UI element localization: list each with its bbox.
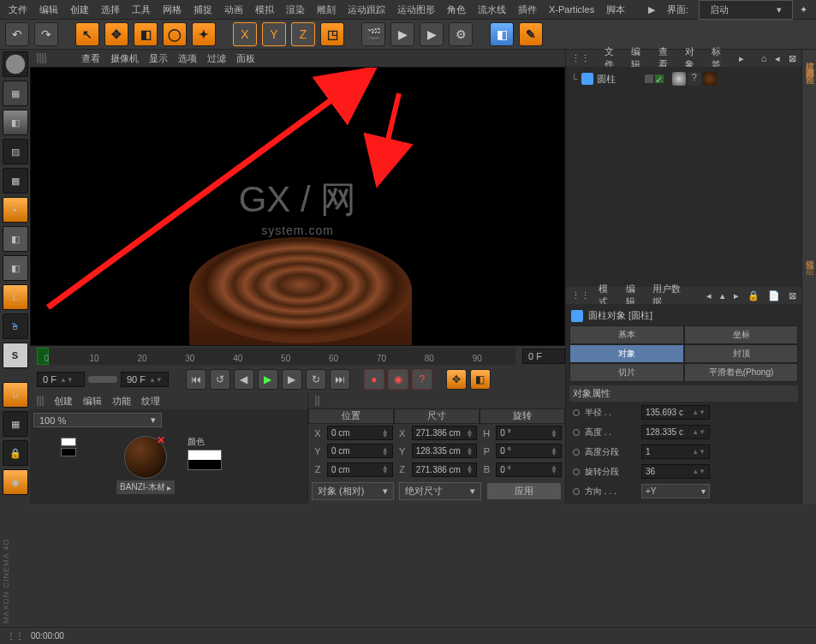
key-pos-button[interactable]: ✥: [446, 369, 467, 390]
range-slider[interactable]: [88, 376, 117, 383]
vp-view[interactable]: 查看: [81, 52, 100, 65]
keyoptions-button[interactable]: ?: [412, 369, 432, 390]
redo-button[interactable]: ↷: [34, 22, 58, 46]
rot-p-field[interactable]: 0 °▲▼: [496, 444, 562, 458]
menu-mesh[interactable]: 网格: [158, 2, 187, 18]
menu-animate[interactable]: 动画: [219, 2, 248, 18]
start-frame-field[interactable]: 0 F▲▼: [37, 372, 85, 387]
magnet-mode-icon[interactable]: ∪: [3, 382, 28, 408]
mat-create[interactable]: 创建: [54, 395, 73, 408]
render-toggle[interactable]: ✓: [655, 75, 664, 83]
height-seg-field[interactable]: 1▲▼: [641, 444, 710, 459]
phong-tag-icon[interactable]: [672, 72, 686, 86]
move-tool[interactable]: ✥: [104, 22, 128, 46]
rotate-tool[interactable]: ◯: [163, 22, 187, 46]
brush-mode-icon[interactable]: ◉: [3, 469, 28, 495]
key-scale-button[interactable]: ◧: [470, 369, 491, 390]
menu-motiontrack[interactable]: 运动跟踪: [342, 2, 390, 18]
model-mode-icon[interactable]: [3, 51, 28, 77]
menu-file[interactable]: 文件: [3, 2, 33, 18]
vp-filter[interactable]: 过滤: [207, 52, 226, 65]
pos-z-field[interactable]: 0 cm▲▼: [327, 462, 393, 477]
axis-mode-icon[interactable]: L: [3, 284, 28, 310]
menu-sculpt[interactable]: 雕刻: [312, 2, 341, 18]
menu-plugins[interactable]: 插件: [513, 2, 542, 18]
material-item-1[interactable]: [33, 436, 104, 494]
grip-icon[interactable]: [37, 396, 44, 406]
apply-button[interactable]: 应用: [486, 482, 562, 500]
texture-mode-icon[interactable]: ▦: [3, 80, 28, 106]
tab-phong[interactable]: 平滑着色(Phong): [684, 363, 799, 382]
delete-icon[interactable]: ✕: [157, 434, 165, 446]
workplane-mode-icon[interactable]: ▦: [3, 411, 28, 437]
material-item-banzi[interactable]: ✕ BANZI-木材▸: [110, 436, 181, 494]
render-region-button[interactable]: ▶: [390, 22, 414, 46]
nav-icon[interactable]: ◂: [775, 53, 780, 64]
lock-mode-icon[interactable]: 🔒: [3, 440, 28, 466]
menu-pipeline[interactable]: 流水线: [473, 2, 511, 18]
tab-basic[interactable]: 基本: [569, 325, 684, 344]
settings-icon[interactable]: ✦: [795, 3, 813, 17]
vp-options[interactable]: 选项: [178, 52, 197, 65]
next-key-button[interactable]: ↻: [306, 369, 326, 390]
size-y-field[interactable]: 128.335 cm▲▼: [412, 444, 478, 458]
current-frame-field[interactable]: 0 F: [522, 349, 565, 364]
record-button[interactable]: ●: [364, 369, 384, 390]
play-button[interactable]: ▶: [258, 369, 278, 390]
end-frame-field[interactable]: 90 F▲▼: [121, 372, 169, 387]
close-icon[interactable]: ⊠: [789, 290, 796, 301]
rot-h-field[interactable]: 0 °▲▼: [496, 426, 562, 440]
nav-fwd-icon[interactable]: ▸: [734, 290, 739, 301]
tab-slice[interactable]: 切片: [569, 363, 684, 382]
render-settings-button[interactable]: ⚙: [449, 22, 473, 46]
edge-mode-icon[interactable]: ◧: [3, 226, 28, 252]
grip-icon[interactable]: ⋮⋮: [571, 53, 596, 64]
nav-up-icon[interactable]: ▴: [720, 290, 725, 301]
z-axis-button[interactable]: Z: [291, 22, 315, 46]
nav-up-icon[interactable]: ⌂: [761, 53, 767, 63]
goto-end-button[interactable]: ⏭: [330, 369, 350, 390]
tree-item-cylinder[interactable]: └ 圆柱 ✓ ?: [569, 70, 798, 87]
menu-render[interactable]: 渲染: [281, 2, 310, 18]
next-frame-button[interactable]: ▶: [282, 369, 302, 390]
mat-edit[interactable]: 编辑: [83, 395, 102, 408]
radius-field[interactable]: 135.693 c▲▼: [641, 405, 710, 420]
prev-key-button[interactable]: ↺: [210, 369, 230, 390]
lasttool-button[interactable]: ✦: [192, 22, 216, 46]
goto-start-button[interactable]: ⏮: [186, 369, 206, 390]
undo-button[interactable]: ↶: [5, 22, 29, 46]
mesh-mode-icon[interactable]: ▩: [3, 168, 28, 194]
lock-icon[interactable]: 🔒: [748, 290, 759, 301]
menu-tools[interactable]: 工具: [127, 2, 156, 18]
pos-x-field[interactable]: 0 cm▲▼: [327, 426, 393, 440]
uv-mode-icon[interactable]: ▨: [3, 139, 28, 164]
question-tag-icon[interactable]: ?: [688, 72, 701, 86]
menu-script[interactable]: 脚本: [601, 2, 630, 18]
menu-snap[interactable]: 捕捉: [188, 2, 217, 18]
y-axis-button[interactable]: Y: [262, 22, 286, 46]
menu-select[interactable]: 选择: [96, 2, 125, 18]
tab-coord[interactable]: 坐标: [684, 325, 799, 344]
size-x-field[interactable]: 271.386 cm▲▼: [412, 426, 478, 440]
menu-simulate[interactable]: 模拟: [250, 2, 279, 18]
menu-mograph[interactable]: 运动图形: [392, 2, 440, 18]
point-mode-icon[interactable]: •: [3, 197, 28, 223]
coord-system-button[interactable]: ◳: [320, 22, 344, 46]
s-mode-icon[interactable]: S: [3, 343, 28, 368]
vp-camera[interactable]: 摄像机: [110, 52, 139, 65]
tab-object[interactable]: 对象: [569, 344, 684, 363]
pen-tool-button[interactable]: ✎: [519, 22, 543, 46]
size-mode-dropdown[interactable]: 绝对尺寸▾: [399, 482, 481, 500]
menu-character[interactable]: 角色: [442, 2, 471, 18]
close-icon[interactable]: ⊠: [789, 53, 796, 64]
nav-back-icon[interactable]: ◂: [706, 290, 712, 301]
vp-panel[interactable]: 面板: [236, 52, 255, 65]
autokey-button[interactable]: ◉: [388, 369, 408, 390]
layout-dropdown[interactable]: 启动▾: [699, 0, 793, 20]
object-mode-icon[interactable]: ◧: [3, 110, 28, 135]
grip-icon[interactable]: [37, 53, 71, 63]
grip-icon[interactable]: [315, 396, 319, 406]
scale-tool[interactable]: ◧: [134, 22, 158, 46]
select-tool[interactable]: ↖: [75, 22, 99, 46]
visibility-toggle[interactable]: [645, 75, 653, 83]
